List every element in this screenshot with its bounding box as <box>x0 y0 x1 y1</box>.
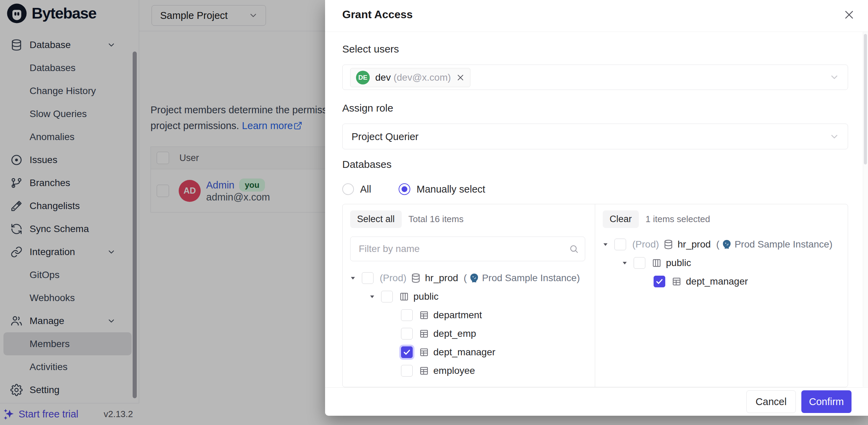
env-label: (Prod) <box>380 273 407 284</box>
database-name: hr_prod <box>678 239 711 250</box>
chevron-down-icon <box>829 72 839 82</box>
table-name: dept_emp <box>433 328 476 339</box>
select-users-label: Select users <box>342 43 399 55</box>
table-icon <box>419 310 429 320</box>
picker-selected-panel: Clear 1 items selected (Prod) hr_prod ( … <box>595 204 848 387</box>
selected-tree: (Prod) hr_prod ( Prod Sample Instance) p… <box>599 235 844 291</box>
chevron-down-icon <box>829 131 839 142</box>
select-all-button[interactable]: Select all <box>350 210 402 228</box>
tree-row[interactable]: employee <box>346 361 591 380</box>
env-label: (Prod) <box>632 239 659 250</box>
database-icon <box>663 239 674 250</box>
selected-count-label: 1 items selected <box>646 214 710 225</box>
tree-row[interactable]: dept_manager <box>599 272 844 291</box>
role-select[interactable]: Project Querier <box>342 124 848 149</box>
table-icon <box>419 347 429 357</box>
modal-title: Grant Access <box>342 8 413 21</box>
close-icon[interactable] <box>843 9 855 21</box>
modal-footer: Cancel Confirm <box>325 387 868 416</box>
checkbox-checked[interactable] <box>401 346 413 358</box>
schema-name: public <box>413 291 438 302</box>
instance-label: Prod Sample Instance) <box>482 273 580 284</box>
filter-box <box>350 237 585 261</box>
chip-user-email: (dev@x.com) <box>393 72 451 83</box>
tree-row[interactable]: department <box>346 306 591 324</box>
caret-down-icon[interactable] <box>369 293 376 300</box>
caret-down-icon[interactable] <box>602 241 609 248</box>
table-icon <box>419 366 429 376</box>
postgresql-icon <box>722 239 732 250</box>
tree-row[interactable]: (Prod) hr_prod ( Prod Sample Instance) <box>599 235 844 254</box>
paren: ( <box>716 239 719 250</box>
database-scope-radios: All Manually select <box>342 183 485 195</box>
table-name: employee <box>433 365 475 376</box>
modal-header: Grant Access <box>325 0 868 32</box>
picker-source-panel: Select all Total 16 items (Prod) h <box>343 204 595 387</box>
radio-all[interactable] <box>342 183 354 195</box>
confirm-button[interactable]: Confirm <box>801 390 852 413</box>
table-name: dept_manager <box>686 276 748 287</box>
tree-row[interactable]: public <box>599 254 844 272</box>
checkbox[interactable] <box>634 257 645 269</box>
table-name: department <box>433 310 482 321</box>
modal-scrollbar[interactable] <box>863 32 868 387</box>
table-icon <box>671 276 682 287</box>
checkbox[interactable] <box>614 239 626 250</box>
caret-down-icon[interactable] <box>621 260 628 266</box>
instance-label: Prod Sample Instance) <box>735 239 833 250</box>
radio-all-label: All <box>360 184 371 195</box>
paren: ( <box>464 273 467 284</box>
postgresql-icon <box>469 273 479 283</box>
checkbox-checked[interactable] <box>654 276 665 287</box>
table-name: dept_manager <box>433 347 496 358</box>
screen: Bytebase Database Databases Change Histo… <box>0 0 868 425</box>
radio-manual-label: Manually select <box>416 184 485 195</box>
assign-role-label: Assign role <box>342 102 393 114</box>
checkbox[interactable] <box>401 365 413 377</box>
remove-chip-icon[interactable] <box>456 73 465 82</box>
checkbox[interactable] <box>401 328 413 340</box>
checkbox[interactable] <box>401 309 413 321</box>
schema-name: public <box>666 257 691 268</box>
schema-icon <box>652 258 662 268</box>
database-name: hr_prod <box>425 273 458 284</box>
caret-down-icon[interactable] <box>349 275 356 282</box>
total-items-label: Total 16 items <box>409 214 464 225</box>
tree-row[interactable]: dept_emp <box>346 324 591 343</box>
schema-icon <box>399 291 409 302</box>
database-picker: Select all Total 16 items (Prod) h <box>342 204 848 387</box>
grant-access-modal: Grant Access Select users DE dev (dev@x.… <box>325 0 868 415</box>
select-users-input[interactable]: DE dev (dev@x.com) <box>342 65 848 90</box>
tree-row[interactable]: (Prod) hr_prod ( Prod Sample Instance) <box>346 269 591 287</box>
source-tree: (Prod) hr_prod ( Prod Sample Instance) p… <box>346 269 591 380</box>
tree-row[interactable]: dept_manager <box>346 343 591 361</box>
clear-button[interactable]: Clear <box>603 210 639 228</box>
tree-row[interactable]: public <box>346 287 591 306</box>
database-icon <box>411 273 421 283</box>
filter-input[interactable] <box>350 237 585 261</box>
checkbox[interactable] <box>381 291 393 302</box>
avatar: DE <box>356 71 370 84</box>
user-chip: DE dev (dev@x.com) <box>350 68 470 87</box>
table-icon <box>419 329 429 339</box>
databases-label: Databases <box>342 159 391 170</box>
search-icon <box>569 244 579 254</box>
chip-user-name: dev <box>375 72 391 83</box>
role-select-value: Project Querier <box>352 131 419 142</box>
checkbox[interactable] <box>362 272 374 284</box>
cancel-button[interactable]: Cancel <box>746 390 796 413</box>
radio-manually-select[interactable] <box>399 183 410 195</box>
